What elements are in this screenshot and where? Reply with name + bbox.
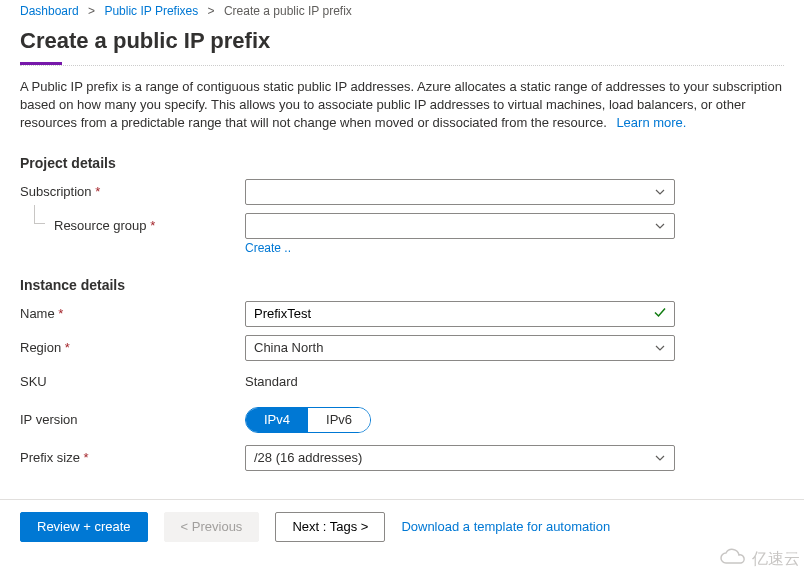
sku-value: Standard [245,369,675,389]
breadcrumb-dashboard[interactable]: Dashboard [20,4,79,18]
chevron-down-icon [654,220,666,232]
row-sku: SKU Standard [20,369,784,389]
row-region: Region * China North [20,335,784,361]
subscription-select[interactable] [245,179,675,205]
chevron-down-icon [654,452,666,464]
ipv6-option[interactable]: IPv6 [308,408,370,432]
section-instance-details: Instance details [20,277,784,293]
breadcrumb: Dashboard > Public IP Prefixes > Create … [0,0,804,22]
breadcrumb-current: Create a public IP prefix [224,4,352,18]
breadcrumb-sep: > [88,4,95,18]
footer-bar: Review + create < Previous Next : Tags >… [0,500,804,556]
label-name: Name * [20,301,245,321]
resource-group-select[interactable] [245,213,675,239]
label-subscription: Subscription * [20,179,245,199]
label-resource-group: Resource group * [20,213,245,233]
download-template-link[interactable]: Download a template for automation [401,519,610,534]
tab-strip [20,62,784,66]
row-subscription: Subscription * [20,179,784,205]
chevron-down-icon [654,186,666,198]
label-ip-version: IP version [20,407,245,427]
label-region: Region * [20,335,245,355]
row-name: Name * [20,301,784,327]
name-input[interactable] [245,301,675,327]
label-prefix-size: Prefix size * [20,445,245,465]
row-ip-version: IP version IPv4 IPv6 [20,407,784,433]
page-title: Create a public IP prefix [0,22,804,62]
label-sku: SKU [20,369,245,389]
prefix-size-select[interactable]: /28 (16 addresses) [245,445,675,471]
review-create-button[interactable]: Review + create [20,512,148,542]
section-project-details: Project details [20,155,784,171]
tab-basics-active[interactable] [20,62,62,65]
cloud-icon [718,547,748,556]
region-select[interactable]: China North [245,335,675,361]
previous-button: < Previous [164,512,260,542]
ipv4-option[interactable]: IPv4 [246,408,308,432]
next-tags-button[interactable]: Next : Tags > [275,512,385,542]
intro-text: A Public IP prefix is a range of contigu… [20,78,784,133]
breadcrumb-public-ip-prefixes[interactable]: Public IP Prefixes [104,4,198,18]
watermark: 亿速云 [718,547,800,556]
row-resource-group: Resource group * Create .. [20,213,784,255]
learn-more-link[interactable]: Learn more. [616,115,686,130]
breadcrumb-sep: > [208,4,215,18]
ip-version-toggle: IPv4 IPv6 [245,407,371,433]
chevron-down-icon [654,342,666,354]
row-prefix-size: Prefix size * /28 (16 addresses) [20,445,784,471]
create-new-link[interactable]: Create .. [245,241,291,255]
